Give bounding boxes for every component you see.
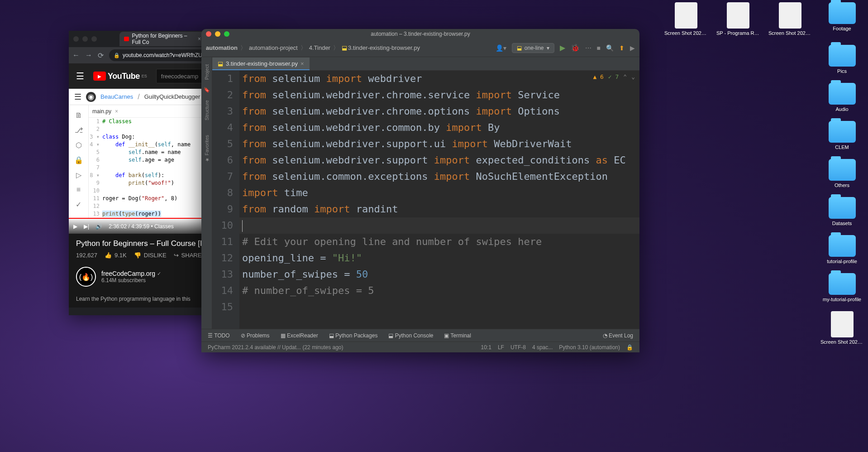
close-icon[interactable]: × [115,108,118,115]
lock-icon[interactable]: 🔒 [74,156,83,164]
branch-icon[interactable]: ⎇ [75,126,83,135]
desktop-file[interactable]: SP - Programa Rapido.mp4 [716,2,759,36]
chevron-down-icon: ▾ [547,45,549,51]
folder-icon [829,121,856,143]
volume-button[interactable]: 🔊 [95,223,102,230]
stop-button[interactable]: ■ [597,44,601,52]
menu-icon[interactable]: ☰ [76,71,84,82]
desktop-file[interactable]: Screen Shot 2022-0...25.39 AM [664,2,707,36]
close-icon[interactable]: × [300,60,304,67]
editor-body: Project 🔖 Structure ★ Favorites ⬓ 3.tind… [201,57,639,329]
share-button[interactable]: ↪ SHARE [174,252,202,259]
editor-area: ⬓ 3.tinder-existing-browser.py × 1234567… [212,57,639,329]
breadcrumb[interactable]: automation〉 automation-project〉 4.Tinder… [206,44,420,52]
channel-name[interactable]: freeCodeCamp.org ✓ [101,270,161,277]
package-icon[interactable]: ⬡ [76,141,82,149]
desktop-folder[interactable]: Others [820,159,863,188]
desktop-folder[interactable]: Pics [820,45,863,74]
next-button[interactable]: ▶| [84,223,89,230]
play-icon[interactable]: ▷ [76,171,81,179]
channel-avatar[interactable]: (🔥) [76,267,96,287]
file-icon [779,2,801,29]
desktop-folder[interactable]: Audio [820,83,863,112]
video-timestamp: 2:36:02 / 4:39:59 • Classes [109,223,174,230]
tool-tab[interactable]: ▣ Terminal [444,332,471,339]
close-icon[interactable]: × [198,36,201,42]
debug-button[interactable]: 🐞 [571,43,580,52]
desktop-folder[interactable]: Datasets [820,197,863,226]
tool-tab[interactable]: ⬓ Python Console [388,332,433,339]
tool-window-bar: Project 🔖 Structure ★ Favorites [201,57,212,329]
menu-icon[interactable]: ☰ [74,92,81,102]
chevron-up-icon[interactable]: ⌃ [623,73,627,80]
desktop-folder[interactable]: my-tutorial-profile [820,273,863,302]
replit-project[interactable]: GuiltyQuickDebugger [144,93,200,100]
run-button[interactable]: ▶ [560,43,565,52]
user-icon[interactable]: 👤▾ [496,44,506,52]
status-message[interactable]: PyCharm 2021.2.4 available // Updat... (… [208,344,343,351]
play-button[interactable]: ▶ [73,223,77,230]
back-button[interactable]: ← [72,51,80,59]
event-log-button[interactable]: ◔ Event Log [603,332,633,339]
interpreter[interactable]: Python 3.10 (automation) [559,344,620,351]
desktop-file[interactable]: Screen Shot 2022-0...5.37 PM 2 [768,2,811,36]
youtube-icon: ▶ [93,72,106,81]
check-icon[interactable]: ✓ [76,200,81,209]
search-icon[interactable]: 🔍 [606,44,614,52]
folder-icon [829,83,856,105]
tab-title: Python for Beginners – Full Co [132,33,192,45]
pycharm-window: automation – 3.tinder-existing-browser.p… [201,29,639,352]
update-icon[interactable]: ⬆ [619,44,625,52]
python-file-icon: ⬓ [218,60,223,67]
warning-indicator[interactable]: ▲ 6 [593,73,603,80]
more-actions-icon[interactable]: ⋯ [585,44,591,52]
desktop-folder[interactable]: tutorial-profile [820,235,863,264]
desktop-icons: Screen Shot 2022-0...25.39 AM SP - Progr… [664,2,863,345]
forward-button[interactable]: → [85,51,92,59]
chevron-down-icon[interactable]: ⌄ [631,73,635,80]
python-file-icon: ⬓ [342,44,347,51]
desktop-folder[interactable]: Footage [820,2,863,36]
database-icon[interactable]: ≡ [76,186,81,194]
folder-icon [829,159,856,181]
run-config-selector[interactable]: ⬓ one-line ▾ [512,43,554,53]
tool-tab[interactable]: ⬓ Python Packages [329,332,378,339]
editor-tab[interactable]: ⬓ 3.tinder-existing-browser.py × [212,58,310,70]
editor-tabs: ⬓ 3.tinder-existing-browser.py × [212,57,639,71]
project-tool[interactable]: Project [204,64,210,80]
structure-tool[interactable]: Structure [204,100,210,120]
replit-user[interactable]: BeauCarnes [100,93,133,100]
verified-badge: ✓ [157,271,161,277]
code-editor[interactable]: 123456789101112131415 from selenium impo… [212,71,639,329]
caret-position[interactable]: 10:1 [481,344,491,351]
browser-tab[interactable]: Python for Beginners – Full Co × [119,32,205,46]
bookmark-icon[interactable]: 🔖 [204,87,210,93]
titlebar: automation – 3.tinder-existing-browser.p… [201,29,639,39]
indent-setting[interactable]: 4 spac... [532,344,553,351]
file-icon [831,311,854,337]
file-encoding[interactable]: UTF-8 [510,344,526,351]
dislike-button[interactable]: 👎 DISLIKE [134,252,167,259]
python-icon: ⬓ [517,45,522,51]
file-icon [727,2,749,29]
view-count: 192,627 [76,252,97,259]
line-gutter: 123456789101112131415 [212,71,239,329]
line-separator[interactable]: LF [498,344,504,351]
inspections-widget[interactable]: ▲ 6 ✓ 7 ⌃ ⌄ [593,73,635,80]
like-button[interactable]: 👍 9.1K [105,252,127,259]
file-icon[interactable]: 🗎 [75,111,82,120]
window-controls[interactable] [73,36,119,42]
lock-icon[interactable]: 🔒 [626,344,633,351]
tool-tab[interactable]: ☰ TODO [208,332,230,339]
tool-tab[interactable]: ⊘ Problems [241,332,270,339]
youtube-logo[interactable]: ▶ YouTube ES [93,72,147,81]
desktop-folder[interactable]: CLEM [820,121,863,150]
avatar-icon[interactable]: ▶ [630,44,635,52]
tool-tab[interactable]: ▦ ExcelReader [281,332,318,339]
desktop-file[interactable]: Screen Shot 2022-0...43.24 PM [820,311,863,345]
youtube-favicon [124,37,129,41]
status-bar: PyCharm 2021.2.4 available // Updat... (… [201,341,639,352]
favorites-tool[interactable]: ★ Favorites [204,135,210,163]
ok-indicator[interactable]: ✓ 7 [608,73,619,80]
reload-button[interactable]: ⟳ [98,51,104,60]
